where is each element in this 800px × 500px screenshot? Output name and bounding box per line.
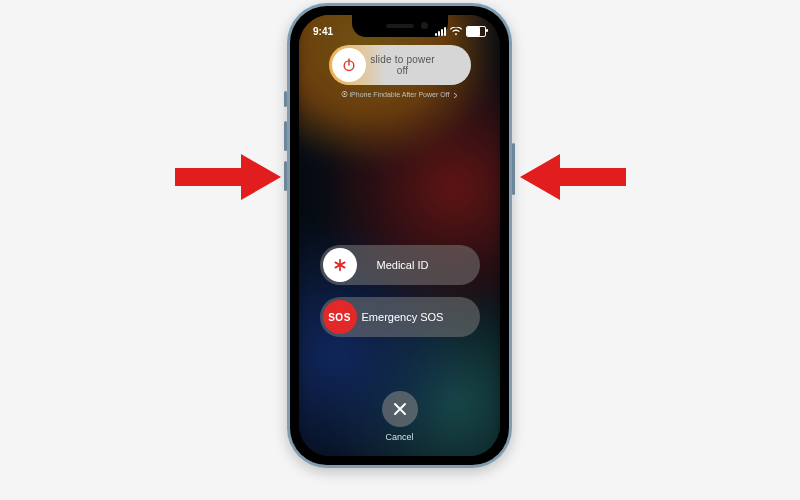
- cancel-label: Cancel: [385, 432, 413, 442]
- screen: 9:41 slide to power off: [299, 15, 500, 456]
- power-off-label: slide to power off: [369, 54, 471, 76]
- left-arrow-annotation: [175, 148, 285, 206]
- side-power-button[interactable]: [512, 143, 515, 195]
- asterisk-icon: [333, 258, 347, 272]
- close-icon: [393, 402, 407, 416]
- medical-id-knob[interactable]: [323, 248, 357, 282]
- status-right: [435, 26, 486, 37]
- wifi-icon: [450, 27, 462, 36]
- volume-up-button[interactable]: [284, 121, 287, 151]
- power-off-knob[interactable]: [332, 48, 366, 82]
- cancel-area: Cancel: [299, 391, 500, 442]
- sos-label: Emergency SOS: [360, 311, 480, 323]
- medical-id-label: Medical ID: [360, 259, 480, 271]
- mute-switch[interactable]: [284, 91, 287, 107]
- battery-icon: [466, 26, 486, 37]
- phone-inner: 9:41 slide to power off: [290, 6, 509, 465]
- right-arrow-annotation: [516, 148, 626, 206]
- emergency-sos-slider[interactable]: SOS Emergency SOS: [320, 297, 480, 337]
- status-time: 9:41: [313, 26, 333, 37]
- medical-id-slider[interactable]: Medical ID: [320, 245, 480, 285]
- power-off-slider[interactable]: slide to power off: [329, 45, 471, 85]
- status-bar: 9:41: [299, 23, 500, 39]
- findable-text: iPhone Findable After Power Off: [350, 91, 450, 98]
- cancel-button[interactable]: [382, 391, 418, 427]
- power-icon: [341, 57, 357, 73]
- iphone-frame: 9:41 slide to power off: [287, 3, 512, 468]
- sos-knob[interactable]: SOS: [323, 300, 357, 334]
- volume-down-button[interactable]: [284, 161, 287, 191]
- signal-icon: [435, 27, 446, 36]
- chevron-right-icon: [453, 92, 458, 99]
- canvas: 9:41 slide to power off: [0, 0, 800, 500]
- findable-link[interactable]: ⦿ iPhone Findable After Power Off: [299, 91, 500, 99]
